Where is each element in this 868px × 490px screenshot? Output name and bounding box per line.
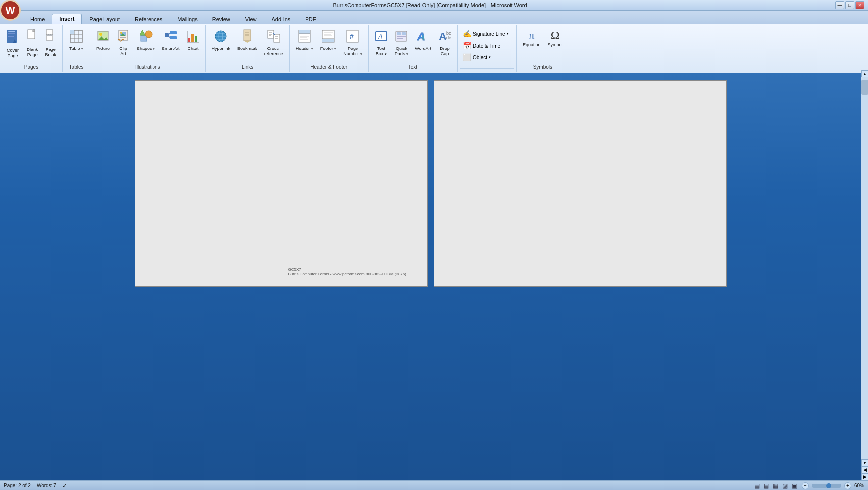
tab-references[interactable]: References <box>127 14 170 24</box>
page-break-button[interactable]: PageBreak <box>42 27 60 60</box>
shapes-icon <box>140 29 153 45</box>
object-dropdown-arrow: ▾ <box>489 55 491 59</box>
equation-button[interactable]: π Equation <box>520 27 544 49</box>
group-symbols: π Equation Ω Symbol Symbols <box>517 25 568 72</box>
tab-mailings[interactable]: Mailings <box>170 14 204 24</box>
tab-view[interactable]: View <box>238 14 264 24</box>
document-page-4[interactable] <box>580 81 726 286</box>
close-button[interactable]: ✕ <box>855 1 864 9</box>
svg-rect-1 <box>8 31 15 32</box>
cross-reference-button[interactable]: Cross-reference <box>261 27 286 59</box>
ribbon-content: CoverPage BlankPage <box>0 24 868 73</box>
svg-rect-4 <box>8 36 14 37</box>
vertical-scrollbar[interactable]: ▲ ▼ ◀ ▶ <box>861 70 868 480</box>
svg-text:#: # <box>350 32 354 40</box>
wordart-button[interactable]: A A WordArt <box>412 27 434 53</box>
header-label: Header ▾ <box>296 46 313 51</box>
table-button[interactable]: Table ▾ <box>66 27 86 53</box>
page-break-icon <box>45 29 56 46</box>
drop-cap-button[interactable]: A bc de DropCap <box>435 27 454 59</box>
svg-rect-2 <box>8 33 15 34</box>
symbol-button[interactable]: Ω Symbol <box>545 27 565 49</box>
smartart-icon <box>164 29 177 45</box>
quick-parts-button[interactable]: QuickParts ▾ <box>392 27 411 59</box>
smartart-button[interactable]: SmartArt <box>159 27 183 53</box>
tab-review[interactable]: Review <box>205 14 238 24</box>
tab-page-layout[interactable]: Page Layout <box>82 14 127 24</box>
page-number-label: PageNumber ▾ <box>343 46 362 57</box>
group-pages: CoverPage BlankPage <box>0 25 63 72</box>
blank-page-button[interactable]: BlankPage <box>24 27 41 60</box>
clip-art-button[interactable]: ClipArt <box>114 27 133 59</box>
document-page-1[interactable] <box>135 81 281 286</box>
view-icons: ▤ ▤ ▦ ▨ ▣ <box>753 482 799 490</box>
picture-button[interactable]: Picture <box>93 27 113 53</box>
text-box-button[interactable]: A TextBox ▾ <box>372 27 391 59</box>
picture-icon <box>97 29 109 45</box>
scroll-track[interactable] <box>861 77 868 459</box>
tab-pdf[interactable]: PDF <box>298 14 323 24</box>
date-time-label: Date & Time <box>473 43 500 49</box>
full-screen-icon[interactable]: ▤ <box>763 482 770 490</box>
date-time-button[interactable]: 📅 Date & Time <box>460 40 503 51</box>
scroll-prev-arrow[interactable]: ◀ <box>861 466 868 473</box>
page-spread-left: GC5X7 Burris Computer Forms • www.pcform… <box>135 80 428 287</box>
signature-dropdown-arrow: ▾ <box>507 32 509 36</box>
window-title: BurrisComputerFormsGC5X7 [Read-Only] [Co… <box>25 2 835 8</box>
signature-line-button[interactable]: ✍ Signature Line ▾ <box>460 28 511 39</box>
bookmark-button[interactable]: Bookmark <box>234 27 260 53</box>
draft-icon[interactable]: ▣ <box>791 482 799 490</box>
group-signature: ✍ Signature Line ▾ 📅 Date & Time ⬜ Objec… <box>458 25 517 72</box>
tab-insert[interactable]: Insert <box>52 14 82 24</box>
svg-rect-65 <box>322 39 334 42</box>
blank-page-label: BlankPage <box>27 47 38 58</box>
hyperlink-button[interactable]: Hyperlink <box>209 27 234 53</box>
svg-rect-3 <box>8 35 13 35</box>
links-group-label: Links <box>208 63 287 71</box>
maximize-button[interactable]: □ <box>845 1 854 9</box>
group-illustrations: Picture ClipArt <box>90 25 206 72</box>
zoom-out-button[interactable]: − <box>802 482 809 489</box>
spell-check-icon[interactable]: ✓ <box>62 482 67 489</box>
page-number-icon: # <box>346 29 359 45</box>
tables-group-label: Tables <box>65 63 88 71</box>
page-2-footer: GC5X7 Burris Computer Forms • www.pcform… <box>288 267 406 276</box>
header-icon <box>298 29 311 45</box>
shapes-button[interactable]: Shapes ▾ <box>134 27 158 53</box>
scroll-next-arrow[interactable]: ▶ <box>861 473 868 480</box>
scroll-up-arrow[interactable]: ▲ <box>861 70 868 77</box>
print-layout-icon[interactable]: ▤ <box>753 482 761 490</box>
office-button[interactable]: W <box>0 0 21 21</box>
web-layout-icon[interactable]: ▦ <box>772 482 780 490</box>
footer-button[interactable]: Footer ▾ <box>317 27 340 53</box>
tab-add-ins[interactable]: Add-Ins <box>264 14 298 24</box>
minimize-button[interactable]: — <box>835 1 844 9</box>
chart-button[interactable]: Chart <box>184 27 203 53</box>
svg-point-23 <box>120 32 122 34</box>
zoom-in-button[interactable]: + <box>844 482 851 489</box>
cover-page-button[interactable]: CoverPage <box>3 27 23 61</box>
svg-rect-76 <box>402 32 406 35</box>
cross-reference-icon <box>267 29 281 45</box>
office-logo: W <box>6 5 15 16</box>
zoom-level: 60% <box>854 483 864 488</box>
outline-icon[interactable]: ▨ <box>781 482 789 490</box>
scroll-down-arrow[interactable]: ▼ <box>861 459 868 466</box>
document-page-2[interactable]: GC5X7 Burris Computer Forms • www.pcform… <box>281 81 427 286</box>
document-page-3[interactable] <box>434 81 580 286</box>
svg-rect-35 <box>188 38 190 42</box>
zoom-slider[interactable] <box>812 484 841 488</box>
clip-art-icon <box>117 29 130 45</box>
document-canvas: GC5X7 Burris Computer Forms • www.pcform… <box>0 70 861 480</box>
picture-label: Picture <box>96 46 110 51</box>
page-number-button[interactable]: # PageNumber ▾ <box>340 27 365 59</box>
pages-group-label: Pages <box>2 63 60 71</box>
ribbon: Home Insert Page Layout References Maili… <box>0 11 868 73</box>
object-button[interactable]: ⬜ Object ▾ <box>460 52 493 63</box>
svg-line-33 <box>169 33 170 35</box>
header-button[interactable]: Header ▾ <box>293 27 316 53</box>
header-footer-group-label: Header & Footer <box>292 63 366 71</box>
tab-home[interactable]: Home <box>23 14 52 24</box>
illustrations-group-label: Illustrations <box>92 63 204 71</box>
cover-page-label: CoverPage <box>7 48 19 59</box>
